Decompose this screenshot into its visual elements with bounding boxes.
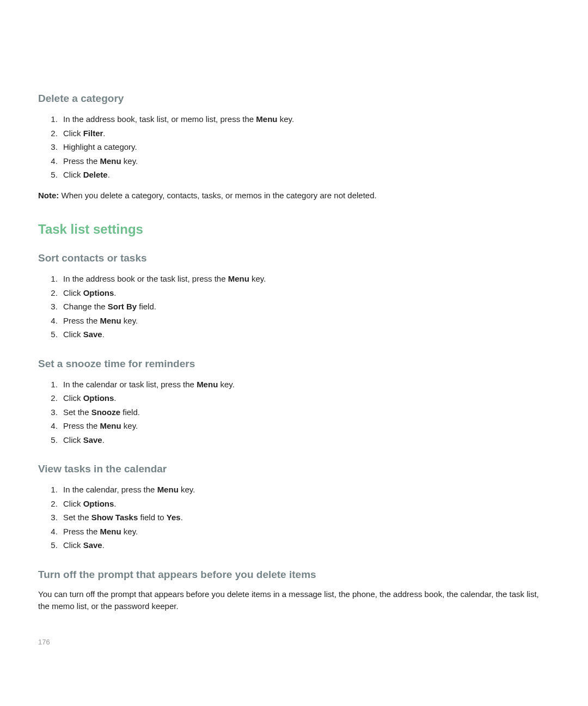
body-turn-off-prompt: You can turn off the prompt that appears… — [38, 588, 550, 612]
heading-task-list-settings: Task list settings — [38, 222, 550, 237]
page-number: 176 — [38, 638, 50, 646]
heading-turn-off-prompt: Turn off the prompt that appears before … — [38, 569, 550, 581]
step: Press the Menu key. — [60, 314, 550, 328]
step: Set the Show Tasks field to Yes. — [60, 510, 550, 525]
section-view-tasks: View tasks in the calendar In the calend… — [38, 463, 550, 552]
step: Change the Sort By field. — [60, 300, 550, 314]
step: Press the Menu key. — [60, 419, 550, 433]
heading-delete-category: Delete a category — [38, 93, 550, 105]
heading-sort-contacts: Sort contacts or tasks — [38, 252, 550, 264]
step: In the address book, task list, or memo … — [60, 112, 550, 126]
section-sort-contacts: Sort contacts or tasks In the address bo… — [38, 252, 550, 342]
step: Set the Snooze field. — [60, 405, 550, 419]
step: Click Options. — [60, 286, 550, 300]
steps-sort-contacts: In the address book or the task list, pr… — [38, 272, 550, 342]
step: Click Options. — [60, 391, 550, 405]
heading-view-tasks: View tasks in the calendar — [38, 463, 550, 475]
step: In the calendar, press the Menu key. — [60, 483, 550, 497]
heading-snooze: Set a snooze time for reminders — [38, 358, 550, 370]
step: In the address book or the task list, pr… — [60, 272, 550, 286]
section-turn-off-prompt: Turn off the prompt that appears before … — [38, 569, 550, 612]
step: Click Filter. — [60, 126, 550, 141]
step: Press the Menu key. — [60, 525, 550, 539]
section-snooze: Set a snooze time for reminders In the c… — [38, 358, 550, 447]
steps-delete-category: In the address book, task list, or memo … — [38, 112, 550, 182]
step: Click Save. — [60, 538, 550, 552]
page: Delete a category In the address book, t… — [0, 0, 588, 706]
steps-view-tasks: In the calendar, press the Menu key. Cli… — [38, 483, 550, 552]
section-delete-category: Delete a category In the address book, t… — [38, 93, 550, 201]
step: Click Save. — [60, 327, 550, 342]
step: In the calendar or task list, press the … — [60, 378, 550, 392]
steps-snooze: In the calendar or task list, press the … — [38, 378, 550, 447]
step: Press the Menu key. — [60, 154, 550, 168]
step: Click Delete. — [60, 168, 550, 182]
step: Highlight a category. — [60, 140, 550, 154]
step: Click Save. — [60, 433, 550, 447]
step: Click Options. — [60, 497, 550, 511]
note-delete-category: Note: When you delete a category, contac… — [38, 190, 550, 202]
